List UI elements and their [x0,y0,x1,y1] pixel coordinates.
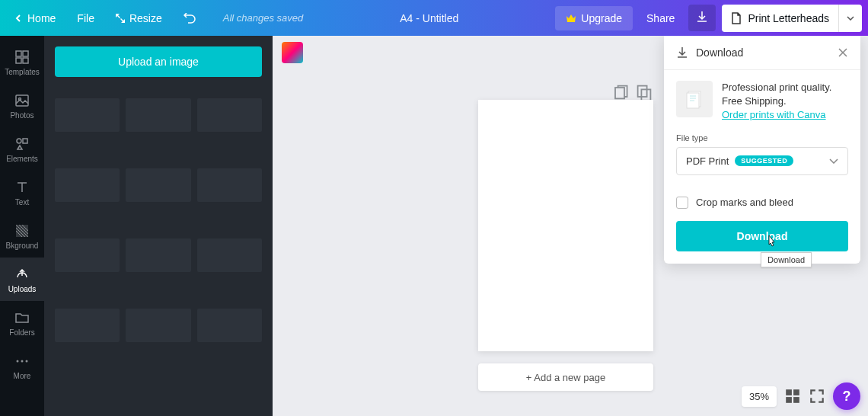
header-left: Home File Resize All changes saved [6,6,303,30]
svg-rect-4 [16,95,28,106]
upload-thumb[interactable] [126,309,190,342]
elements-icon [14,136,30,152]
upload-thumb[interactable] [55,238,120,272]
sidebar-item-elements[interactable]: Elements [0,127,44,171]
crop-marks-checkbox[interactable] [676,197,688,209]
chevron-down-icon [847,16,854,21]
print-option-button[interactable]: Print Letterheads [722,12,838,24]
copy-page-icon[interactable] [611,83,629,101]
download-icon [696,11,708,23]
file-type-section: File type PDF Print SUGGESTED [664,130,860,187]
page-actions [611,83,653,101]
uploads-grid [55,98,262,342]
upload-thumb[interactable] [55,309,120,342]
left-sidebar: Templates Photos Elements Text Bkground … [0,36,44,416]
svg-rect-3 [23,58,28,63]
promo-image [676,81,713,117]
bkground-icon [14,223,30,238]
download-icon [676,46,688,59]
print-dropdown-caret[interactable] [838,5,862,32]
print-promo: Professional print quality. Free Shippin… [664,70,860,130]
sidebar-item-bkground[interactable]: Bkground [0,214,44,258]
resize-icon [116,14,125,23]
download-panel: Download Professional print quality. Fre… [664,36,860,264]
document-icon [731,12,742,24]
more-icon [14,354,30,369]
sidebar-item-templates[interactable]: Templates [0,40,44,84]
resize-button[interactable]: Resize [107,6,171,30]
home-button[interactable]: Home [6,6,65,30]
top-header: Home File Resize All changes saved A4 - … [0,0,868,36]
file-type-value: PDF Print [686,155,729,167]
upload-thumb[interactable] [126,238,190,272]
upload-thumb[interactable] [197,309,262,342]
home-label: Home [27,12,56,24]
file-type-select[interactable]: PDF Print SUGGESTED [676,147,848,175]
svg-rect-1 [23,51,28,56]
color-swatch[interactable] [282,42,303,63]
sidebar-item-photos[interactable]: Photos [0,84,44,127]
svg-rect-7 [23,139,27,143]
share-button[interactable]: Share [636,6,685,30]
download-panel-title: Download [696,46,830,59]
canvas-area[interactable]: + Add a new page Download Professional p… [273,36,868,416]
upload-thumb[interactable] [126,98,190,132]
fullscreen-icon[interactable] [809,388,825,405]
download-icon-button[interactable] [688,5,716,31]
file-type-label: File type [676,133,848,142]
chevron-down-icon [829,158,838,164]
sidebar-item-folders[interactable]: Folders [0,301,44,344]
canvas-page[interactable] [478,100,653,351]
zoom-level[interactable]: 35% [742,386,777,407]
sidebar-item-text[interactable]: Text [0,171,44,214]
upload-thumb[interactable] [55,168,120,202]
uploads-icon [14,267,30,282]
close-icon[interactable] [838,47,848,58]
sidebar-item-uploads[interactable]: Uploads [0,258,44,301]
download-button[interactable]: Download [676,221,848,251]
file-menu[interactable]: File [68,6,104,30]
undo-icon [183,13,196,24]
header-right: Upgrade Share Print Letterheads [555,5,862,32]
svg-rect-2 [16,58,21,63]
upload-thumb[interactable] [55,98,120,132]
folders-icon [14,310,30,325]
main-area: Templates Photos Elements Text Bkground … [0,36,868,416]
svg-point-10 [26,360,28,363]
undo-button[interactable] [174,7,205,30]
sidebar-item-more[interactable]: More [0,344,44,388]
upload-thumb[interactable] [197,238,262,272]
download-panel-header: Download [664,36,860,70]
svg-rect-16 [786,389,792,395]
save-status: All changes saved [223,12,304,24]
uploads-panel: Upload an image [44,36,273,416]
upgrade-button[interactable]: Upgrade [555,6,633,30]
crown-icon [566,14,576,23]
svg-rect-13 [641,89,650,100]
svg-rect-11 [615,88,624,98]
paper-stack-icon [682,87,707,111]
download-tooltip: Download [761,252,812,267]
svg-rect-12 [638,86,647,97]
svg-point-9 [21,360,24,363]
promo-text: Professional print quality. Free Shippin… [722,82,831,107]
svg-point-8 [17,360,19,363]
crop-marks-row: Crop marks and bleed [664,187,860,213]
bottom-bar: 35% ? [742,382,860,410]
grid-view-icon[interactable] [784,388,801,405]
print-dropdown: Print Letterheads [722,5,862,32]
upload-thumb[interactable] [126,168,190,202]
upload-thumb[interactable] [197,168,262,202]
svg-point-6 [17,139,21,143]
order-prints-link[interactable]: Order prints with Canva [722,109,826,120]
add-page-button[interactable]: + Add a new page [478,363,653,391]
help-button[interactable]: ? [833,382,860,410]
suggested-badge: SUGGESTED [735,155,793,166]
text-icon [14,180,30,195]
svg-rect-0 [16,51,21,56]
duplicate-page-icon[interactable] [635,83,653,101]
svg-rect-19 [793,397,799,403]
document-title[interactable]: A4 - Untitled [303,12,555,24]
upload-thumb[interactable] [197,98,262,132]
upload-image-button[interactable]: Upload an image [55,46,262,77]
